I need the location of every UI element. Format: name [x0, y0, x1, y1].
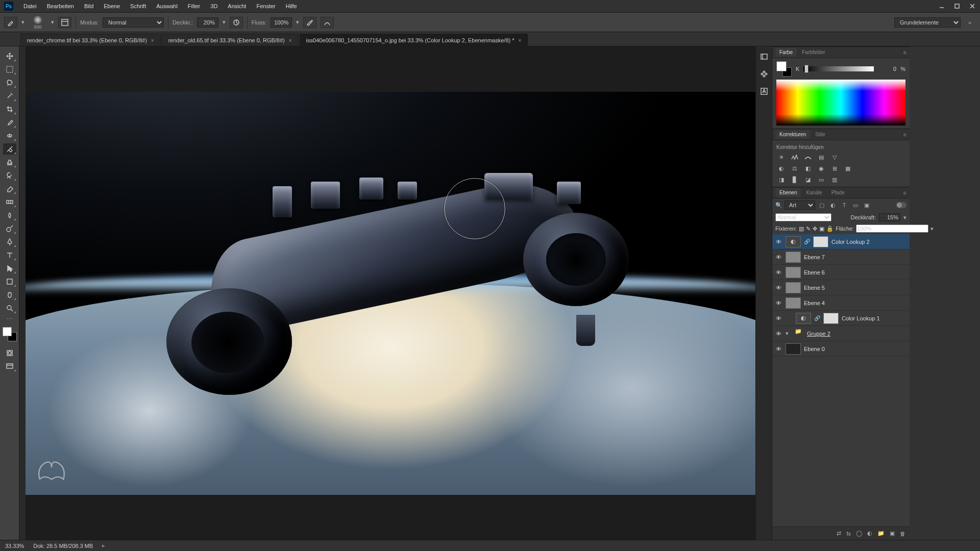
zoom-tool[interactable] [3, 303, 16, 314]
tab-farbe[interactable]: Farbe [775, 48, 797, 57]
color-slider[interactable] [803, 66, 874, 71]
lock-pixels-icon[interactable]: ✎ [806, 225, 811, 232]
blur-tool[interactable] [3, 210, 16, 221]
pen-tool[interactable] [3, 236, 16, 247]
shape-tool[interactable] [3, 276, 16, 287]
color-balance-icon[interactable]: ⚖ [790, 164, 800, 172]
new-layer-icon[interactable]: ▣ [890, 530, 895, 537]
document-tab[interactable]: render_old.65.tif bei 33.3% (Ebene 0, RG… [162, 34, 299, 46]
window-minimize[interactable] [934, 0, 949, 13]
layer-thumb[interactable] [786, 267, 801, 278]
layer-row[interactable]: 👁 Ebene 6 [772, 265, 910, 280]
visibility-toggle[interactable]: 👁 [774, 314, 782, 322]
fg-swatch[interactable] [776, 61, 787, 71]
exposure-icon[interactable]: ▤ [816, 153, 826, 161]
layer-name[interactable]: Ebene 7 [804, 254, 825, 260]
search-icon[interactable]: 🔍 [775, 202, 782, 209]
zoom-level[interactable]: 33.33% [5, 543, 24, 549]
menu-filter[interactable]: Filter [183, 1, 205, 11]
photo-filter-icon[interactable]: ◉ [816, 164, 826, 172]
levels-icon[interactable] [790, 153, 800, 161]
layer-name[interactable]: Ebene 0 [804, 346, 825, 352]
screenmode-toggle[interactable] [3, 361, 16, 372]
layer-opacity-input[interactable] [879, 213, 900, 221]
lasso-tool[interactable] [3, 77, 16, 88]
menu-schrift[interactable]: Schrift [125, 1, 151, 11]
tab-ebenen[interactable]: Ebenen [775, 188, 801, 197]
history-brush-tool[interactable] [3, 170, 16, 181]
brush-tool[interactable] [3, 143, 16, 155]
color-value[interactable]: 0 [878, 66, 896, 72]
menu-fenster[interactable]: Fenster [251, 1, 280, 11]
channel-mixer-icon[interactable]: ⊞ [829, 164, 840, 172]
pressure-size-toggle[interactable] [321, 17, 334, 28]
gradient-tool[interactable] [3, 196, 16, 208]
mask-thumb[interactable] [823, 313, 839, 324]
history-panel-icon[interactable] [759, 52, 769, 62]
panel-menu-icon[interactable]: ≡ [900, 132, 910, 138]
foreground-color-swatch[interactable] [3, 327, 12, 336]
gradient-map-icon[interactable]: ▭ [816, 176, 826, 184]
blend-mode-select[interactable]: Normal [103, 17, 164, 28]
color-lookup-icon[interactable]: ▦ [843, 164, 853, 172]
opacity-input[interactable] [197, 17, 218, 28]
menu-auswahl[interactable]: Auswahl [151, 1, 183, 11]
hand-tool[interactable] [3, 289, 16, 300]
tab-farbfelder[interactable]: Farbfelder [798, 48, 829, 57]
layer-style-icon[interactable]: fx [846, 531, 851, 537]
layer-thumb[interactable] [786, 343, 801, 355]
layer-row[interactable]: 👁 Ebene 0 [772, 341, 910, 357]
link-icon[interactable]: 🔗 [804, 239, 810, 244]
window-close[interactable] [965, 0, 980, 13]
layer-filter-select[interactable]: Art [785, 201, 815, 210]
menu-bearbeiten[interactable]: Bearbeiten [42, 1, 79, 11]
layer-row[interactable]: 👁 Ebene 7 [772, 249, 910, 265]
airbrush-toggle[interactable] [303, 17, 316, 28]
tab-pfade[interactable]: Pfade [827, 188, 849, 197]
visibility-toggle[interactable]: 👁 [774, 330, 782, 338]
panel-menu-icon[interactable]: ≡ [900, 190, 910, 196]
lock-position-icon[interactable]: ✥ [813, 225, 817, 232]
filter-smart-icon[interactable]: ▣ [862, 201, 871, 209]
visibility-toggle[interactable]: 👁 [774, 268, 782, 277]
panel-menu-icon[interactable]: ≡ [900, 49, 910, 56]
threshold-icon[interactable]: ◪ [803, 176, 813, 184]
menu-bild[interactable]: Bild [79, 1, 99, 11]
chevron-down-icon[interactable]: ▾ [21, 19, 24, 26]
menu-ebene[interactable]: Ebene [99, 1, 125, 11]
marquee-tool[interactable] [3, 64, 16, 75]
search-icon[interactable]: » [964, 19, 976, 26]
filter-type-icon[interactable]: T [840, 201, 849, 209]
crop-tool[interactable] [3, 104, 16, 115]
tab-stile[interactable]: Stile [811, 130, 829, 139]
healing-tool[interactable] [3, 130, 16, 141]
brush-panel-toggle[interactable] [58, 17, 71, 28]
bw-icon[interactable]: ◧ [803, 164, 813, 172]
eyedropper-tool[interactable] [3, 117, 16, 128]
quickmask-toggle[interactable] [3, 347, 16, 359]
filter-toggle[interactable] [896, 202, 906, 208]
status-menu-icon[interactable]: ▸ [102, 542, 105, 549]
layer-blend-select[interactable]: Normal [775, 213, 831, 221]
tab-kanaele[interactable]: Kanäle [802, 188, 826, 197]
document-canvas[interactable] [26, 92, 755, 495]
window-maximize[interactable] [949, 0, 965, 13]
mask-thumb[interactable] [813, 236, 828, 247]
layer-thumb[interactable] [786, 297, 801, 309]
layer-group-row[interactable]: 👁 ▾ 📁 Gruppe 2 [772, 326, 910, 341]
document-tab[interactable]: iss040e006780_14550707154_o.jpg bei 33.3… [300, 34, 528, 46]
filter-pixel-icon[interactable]: ▢ [817, 201, 826, 209]
layer-row[interactable]: 👁 Ebene 4 [772, 295, 910, 311]
link-layers-icon[interactable]: ⇄ [837, 530, 841, 537]
brush-preset-picker[interactable]: 500 [29, 13, 47, 32]
color-spectrum[interactable] [776, 80, 905, 126]
adjustment-thumb[interactable]: ◐ [786, 236, 801, 247]
invert-icon[interactable]: ◨ [776, 176, 787, 184]
selective-color-icon[interactable]: ▥ [829, 176, 840, 184]
layer-name[interactable]: Ebene 5 [804, 285, 825, 291]
character-panel-icon[interactable] [759, 86, 769, 96]
layer-name[interactable]: Color Lookup 1 [842, 315, 880, 321]
workspace-select[interactable]: Grundelemente [894, 17, 961, 28]
lock-transparency-icon[interactable]: ▨ [799, 225, 804, 232]
layer-name[interactable]: Gruppe 2 [807, 331, 830, 337]
